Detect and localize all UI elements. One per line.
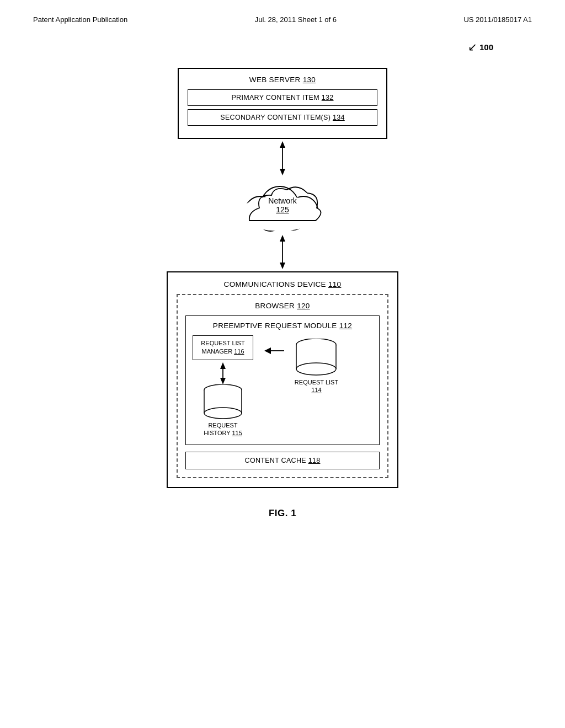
diagram-area: ↙ 100 WEB SERVER 130 PRIMARY CONTENT ITE… — [0, 24, 565, 530]
fig-label: FIG. 1 — [269, 508, 296, 519]
preemptive-box: PREEMPTIVE REQUEST MODULE 112 REQUEST LI… — [185, 315, 380, 445]
browser-box: BROWSER 120 PREEMPTIVE REQUEST MODULE 11… — [177, 294, 388, 478]
secondary-content-box: SECONDARY CONTENT ITEM(S) 134 — [188, 109, 377, 126]
content-cache-box: CONTENT CACHE 118 — [185, 452, 380, 469]
network-label: Network 125 — [268, 196, 296, 214]
request-history-cylinder: REQUEST HISTORY 115 — [201, 384, 245, 437]
right-column: REQUEST LIST 114 — [293, 335, 340, 394]
comm-device-title: COMMUNICATIONS DEVICE 110 — [177, 280, 388, 288]
arrow-svg-2 — [277, 233, 288, 271]
header-right: US 2011/0185017 A1 — [463, 15, 532, 24]
comm-device-box: COMMUNICATIONS DEVICE 110 BROWSER 120 PR… — [167, 271, 398, 488]
svg-marker-21 — [264, 347, 271, 354]
rl-label: REQUEST LIST 114 — [295, 378, 338, 394]
web-server-title: WEB SERVER 130 — [188, 76, 377, 84]
left-column: REQUEST LIST MANAGER 116 — [193, 335, 253, 437]
page-header: Patent Application Publication Jul. 28, … — [0, 0, 565, 24]
rh-cyl-svg — [201, 384, 245, 420]
ref-100-label: ↙ 100 — [468, 40, 493, 53]
arrow-rl-to-rlm — [262, 335, 284, 356]
svg-marker-10 — [280, 235, 285, 242]
preemptive-title: PREEMPTIVE REQUEST MODULE 112 — [193, 322, 372, 330]
rlm-label-line1: REQUEST LIST — [198, 339, 248, 347]
rl-cyl-svg — [293, 339, 340, 377]
svg-marker-13 — [220, 362, 226, 369]
primary-content-box: PRIMARY CONTENT ITEM 132 — [188, 89, 377, 106]
web-server-box: WEB SERVER 130 PRIMARY CONTENT ITEM 132 … — [178, 68, 387, 139]
browser-title: BROWSER 120 — [185, 302, 380, 310]
inner-components-row: REQUEST LIST MANAGER 116 — [193, 335, 372, 437]
svg-marker-0 — [280, 141, 285, 148]
svg-point-20 — [204, 408, 242, 419]
arrow-network-to-comm — [277, 233, 288, 271]
arrow-web-to-network — [277, 139, 288, 178]
svg-marker-12 — [280, 263, 285, 269]
svg-point-27 — [296, 363, 336, 375]
arrow-rl-rlm-svg — [262, 345, 284, 356]
rh-label: REQUEST HISTORY 115 — [204, 421, 242, 437]
ref-100-number: 100 — [479, 42, 493, 52]
header-left: Patent Application Publication — [33, 15, 127, 24]
svg-marker-2 — [280, 169, 285, 175]
arrow-svg-1 — [277, 139, 288, 178]
request-list-manager-box: REQUEST LIST MANAGER 116 — [193, 335, 253, 360]
arrow-rlm-to-rh — [217, 360, 228, 384]
header-middle: Jul. 28, 2011 Sheet 1 of 6 — [255, 15, 337, 24]
ref-100-arrow: ↙ — [468, 40, 477, 53]
network-cloud: Network 125 — [222, 178, 343, 233]
svg-marker-15 — [220, 378, 226, 384]
rlm-label-line2: MANAGER 116 — [198, 347, 248, 356]
request-list-cylinder: REQUEST LIST 114 — [293, 339, 340, 394]
